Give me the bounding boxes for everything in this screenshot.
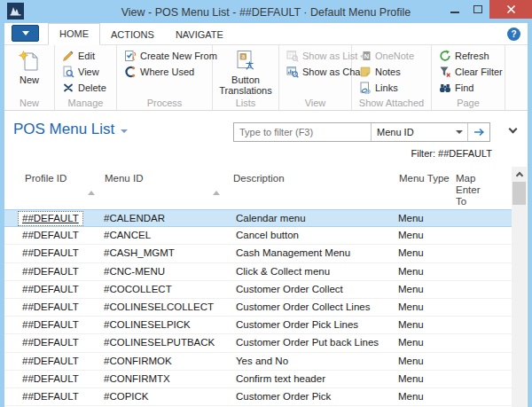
table-row[interactable]: ##DEFAULT #COCOLLECT Customer Order Coll…: [4, 281, 512, 299]
cell-menu-id[interactable]: #COCOLLECT: [99, 281, 231, 298]
help-button[interactable]: ?: [507, 27, 520, 41]
table-row[interactable]: ##DEFAULT #COLINESELCOLLECT Customer Ord…: [4, 299, 512, 317]
cell-description[interactable]: Customer Order Put back Lines: [231, 334, 395, 351]
column-header-menu-type[interactable]: Menu Type: [395, 167, 452, 209]
chevron-down-icon[interactable]: [456, 130, 463, 134]
cell-map-enter-to[interactable]: [452, 388, 512, 405]
table-row[interactable]: ##DEFAULT #CONFIRMTX Confirm text header…: [4, 371, 512, 388]
tab-actions[interactable]: ACTIONS: [100, 25, 165, 44]
cell-map-enter-to[interactable]: [452, 227, 512, 244]
delete-button[interactable]: Delete: [55, 80, 116, 96]
cell-profile-id[interactable]: ##DEFAULT: [4, 353, 99, 370]
show-as-chart-button[interactable]: Show as Chart: [279, 64, 351, 80]
find-button[interactable]: Find: [432, 80, 505, 96]
cell-menu-id[interactable]: #COLINESELPUTBACK: [99, 334, 231, 351]
tab-home[interactable]: HOME: [48, 23, 100, 45]
filter-input[interactable]: [234, 127, 371, 137]
maximize-button[interactable]: [466, 0, 489, 19]
column-header-profile-id[interactable]: Profile ID: [4, 167, 99, 209]
cell-menu-type[interactable]: Menu: [395, 210, 452, 226]
cell-profile-id[interactable]: ##DEFAULT: [4, 317, 99, 333]
cell-menu-type[interactable]: Menu: [395, 281, 452, 298]
table-row[interactable]: ##DEFAULT #CNC-MENU Click & Collect menu…: [4, 263, 512, 281]
cell-menu-id[interactable]: #CONFIRMOK: [99, 353, 231, 370]
clear-filter-button[interactable]: Clear Filter: [432, 64, 505, 80]
cell-map-enter-to[interactable]: [452, 245, 512, 262]
cell-menu-type[interactable]: Menu: [395, 245, 452, 262]
cell-menu-id[interactable]: #COPICK: [99, 388, 231, 405]
cell-menu-type[interactable]: Menu: [395, 388, 452, 405]
cell-map-enter-to[interactable]: [452, 210, 512, 226]
cell-map-enter-to[interactable]: [452, 299, 512, 316]
column-header-menu-id[interactable]: Menu ID: [99, 167, 231, 209]
links-button[interactable]: Links: [352, 80, 431, 96]
cell-menu-id[interactable]: #CANCEL: [99, 227, 231, 244]
cell-menu-id[interactable]: #COLINESELCOLLECT: [99, 299, 231, 316]
notes-button[interactable]: Notes: [352, 64, 431, 80]
close-button[interactable]: [489, 0, 532, 19]
cell-description[interactable]: Customer Order Collect: [231, 281, 395, 298]
column-header-description[interactable]: Description: [231, 167, 395, 209]
cell-description[interactable]: Cash Management Menu: [231, 245, 395, 262]
create-new-from-button[interactable]: Create New From: [117, 48, 212, 64]
cell-map-enter-to[interactable]: [452, 371, 512, 387]
table-row[interactable]: ##DEFAULT #COLINESELPUTBACK Customer Ord…: [4, 334, 512, 352]
view-button[interactable]: View: [55, 64, 116, 80]
collapse-filter-pane-icon[interactable]: [509, 125, 518, 134]
table-row[interactable]: ##DEFAULT #CANCEL Cancel button Menu: [4, 227, 512, 245]
table-row[interactable]: ##DEFAULT #CONFIRMOK Yes and No Menu: [4, 353, 512, 371]
cell-menu-id[interactable]: #COLINESELPICK: [99, 317, 231, 333]
cell-profile-id[interactable]: ##DEFAULT: [4, 371, 99, 387]
cell-menu-id[interactable]: #CALENDAR: [99, 210, 231, 226]
cell-menu-type[interactable]: Menu: [395, 317, 452, 333]
cell-description[interactable]: Customer Order Collect Lines: [231, 299, 395, 316]
cell-map-enter-to[interactable]: [452, 334, 512, 351]
table-row-selected[interactable]: ##DEFAULT #CALENDAR Calendar menu Menu: [4, 209, 512, 227]
table-row[interactable]: ##DEFAULT #COLINESELPICK Customer Order …: [4, 317, 512, 334]
filter-field-select[interactable]: Menu ID: [372, 127, 456, 137]
apply-filter-button[interactable]: [468, 123, 489, 141]
cell-menu-id[interactable]: #CNC-MENU: [99, 263, 231, 280]
cell-profile-id[interactable]: ##DEFAULT: [4, 245, 99, 262]
cell-map-enter-to[interactable]: [452, 263, 512, 280]
cell-description[interactable]: Customer Order Pick: [231, 388, 395, 405]
table-row[interactable]: ##DEFAULT #COPICK Customer Order Pick Me…: [4, 388, 512, 406]
cell-description[interactable]: Yes and No: [231, 353, 395, 370]
onenote-button[interactable]: N OneNote: [352, 48, 431, 64]
show-as-list-button[interactable]: Show as List: [279, 48, 351, 64]
cell-profile-id[interactable]: ##DEFAULT: [4, 210, 99, 226]
tab-navigate[interactable]: NAVIGATE: [165, 25, 234, 44]
cell-description[interactable]: Customer Order Pick Lines: [231, 317, 395, 333]
cell-map-enter-to[interactable]: [452, 281, 512, 298]
edit-button[interactable]: Edit: [55, 48, 116, 64]
cell-profile-id[interactable]: ##DEFAULT: [4, 263, 99, 280]
cell-menu-type[interactable]: Menu: [395, 334, 452, 351]
vertical-scrollbar[interactable]: [512, 167, 527, 407]
cell-menu-type[interactable]: Menu: [395, 371, 452, 387]
cell-profile-id[interactable]: ##DEFAULT: [4, 388, 99, 405]
cell-description[interactable]: Click & Collect menu: [231, 263, 395, 280]
cell-menu-type[interactable]: Menu: [395, 353, 452, 370]
cell-profile-id[interactable]: ##DEFAULT: [4, 334, 99, 351]
scrollbar-thumb[interactable]: [512, 182, 526, 205]
cell-menu-type[interactable]: Menu: [395, 263, 452, 280]
focused-cell-value[interactable]: ##DEFAULT: [18, 211, 83, 226]
button-translations-button[interactable]: a Button Translations: [213, 48, 278, 96]
where-used-button[interactable]: Where Used: [117, 64, 212, 80]
cell-menu-id[interactable]: #CASH_MGMT: [99, 245, 231, 262]
cell-map-enter-to[interactable]: [452, 353, 512, 370]
cell-map-enter-to[interactable]: [452, 317, 512, 333]
cell-description[interactable]: Cancel button: [231, 227, 395, 244]
cell-profile-id[interactable]: ##DEFAULT: [4, 299, 99, 316]
cell-menu-id[interactable]: #CONFIRMTX: [99, 371, 231, 387]
cell-menu-type[interactable]: Menu: [395, 227, 452, 244]
application-menu-button[interactable]: [12, 25, 39, 42]
minimize-button[interactable]: [443, 0, 466, 19]
cell-profile-id[interactable]: ##DEFAULT: [4, 227, 99, 244]
page-title-dropdown[interactable]: POS Menu List: [13, 121, 128, 138]
refresh-button[interactable]: Refresh: [432, 48, 505, 64]
cell-profile-id[interactable]: ##DEFAULT: [4, 281, 99, 298]
cell-description[interactable]: Calendar menu: [231, 210, 395, 226]
cell-menu-type[interactable]: Menu: [395, 299, 452, 316]
cell-description[interactable]: Confirm text header: [231, 371, 395, 387]
